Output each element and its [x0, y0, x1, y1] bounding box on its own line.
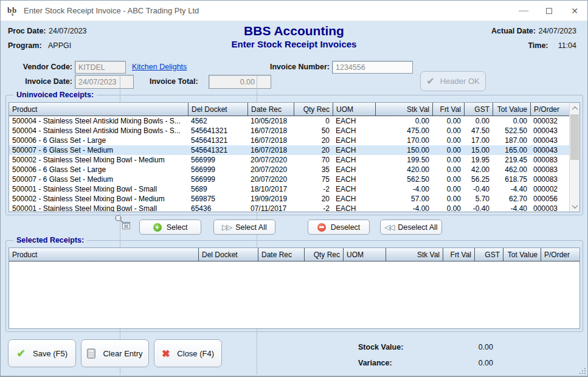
column-header-product[interactable]: Product [9, 248, 198, 261]
app-window: b s b Enter Stock Receipt Invoice - ABC … [0, 0, 588, 377]
cell: 07/11/2017 [247, 204, 294, 212]
column-header-del-docket[interactable]: Del Docket [198, 248, 258, 261]
column-header-qty-rec[interactable]: Qty Rec [304, 248, 343, 261]
cell: EACH [333, 126, 375, 136]
calendar-icon [122, 221, 130, 229]
vendor-name-link[interactable]: Kitchen Delights [132, 63, 187, 71]
cell: -4.40 [493, 184, 530, 194]
column-header-stk-val[interactable]: Stk Val [386, 248, 443, 261]
uninvoiced-receipts-grid: ProductDel DocketDate RecQty RecUOMStk V… [9, 102, 580, 212]
column-header-qty-rec[interactable]: Qty Rec [294, 103, 333, 116]
table-row[interactable]: 500006 - 6 Glass Set - Large54564132116/… [9, 136, 569, 145]
cell: 16/07/2018 [247, 136, 294, 145]
scrollbar-thumb[interactable] [570, 114, 579, 160]
column-header-uom[interactable]: UOM [333, 103, 375, 116]
clear-entry-button[interactable]: Clear Entry [81, 339, 149, 367]
cell: 618.75 [493, 175, 530, 184]
column-header-frt-val[interactable]: Frt Val [432, 103, 464, 116]
maximize-icon [546, 8, 552, 14]
deselect-all-button[interactable]: ◁◁ Deselect All [380, 220, 442, 235]
minus-circle-icon [317, 223, 326, 232]
cell: 57.00 [375, 194, 432, 204]
stock-value-label: Stock Value: [358, 343, 403, 351]
cell: EACH [333, 136, 375, 145]
column-header-tot-value[interactable]: Tot Value [503, 248, 541, 261]
select-button[interactable]: + Select [139, 220, 201, 235]
uninvoiced-grid-header: ProductDel DocketDate RecQty RecUOMStk V… [9, 103, 569, 116]
cell: 65436 [188, 204, 247, 212]
column-header-tot-value[interactable]: Tot Value [493, 103, 530, 116]
table-row[interactable]: 500006 - 6 Glass Set - Large56699920/07/… [9, 165, 569, 175]
column-header-p-order[interactable]: P/Order [541, 248, 579, 261]
cell: 0.00 [493, 116, 530, 126]
cell: 16/07/2018 [247, 145, 294, 155]
cell: 5.70 [464, 194, 493, 204]
cell: 500001 - Stainless Steel Mixing Bowl - S… [9, 184, 188, 194]
cell: 500004 - Stainless Steel Antiskid Mixing… [9, 126, 188, 136]
uninvoiced-grid-body: 500004 - Stainless Steel Antiskid Mixing… [9, 116, 569, 212]
close-f4-button[interactable]: ✖ Close (F4) [154, 339, 222, 367]
cell: 17.00 [464, 136, 493, 145]
vertical-scrollbar[interactable] [569, 103, 579, 212]
close-button[interactable]: ✕ [562, 1, 587, 21]
cell: 42.00 [464, 165, 493, 175]
cell: 20/07/2020 [247, 175, 294, 184]
cell: EACH [333, 165, 375, 175]
cell: 475.00 [375, 126, 432, 136]
cell: EACH [333, 145, 375, 155]
scroll-down-button[interactable] [570, 201, 579, 212]
invoice-number-input[interactable] [332, 61, 413, 74]
cell: 0.00 [375, 116, 432, 126]
cell: -2 [294, 184, 333, 194]
table-row[interactable]: 500007 - 6 Glass Set - Medium54564132116… [9, 145, 569, 155]
column-header-date-rec[interactable]: Date Rec [258, 248, 304, 261]
app-logo-icon: b s b [7, 5, 19, 17]
cell: -4.00 [375, 184, 432, 194]
column-header-product[interactable]: Product [9, 103, 188, 116]
cell: -0.40 [464, 184, 493, 194]
table-row[interactable]: 500002 - Stainless Steel Mixing Bowl - M… [9, 155, 569, 165]
deselect-button[interactable]: Deselect [308, 220, 370, 235]
uninvoiced-receipts-label: Uninvoiced Receipts: [13, 91, 97, 99]
resize-grip[interactable] [578, 367, 586, 374]
cell: -4.40 [493, 204, 530, 212]
chevron-up-icon [572, 106, 578, 112]
cell: 56.25 [464, 175, 493, 184]
scroll-up-button[interactable] [570, 103, 579, 114]
table-row[interactable]: 500004 - Stainless Steel Antiskid Mixing… [9, 116, 569, 126]
cell: 150.00 [375, 145, 432, 155]
cell: 0.00 [432, 175, 464, 184]
cell: 199.50 [375, 155, 432, 165]
select-all-button[interactable]: ▷▷ Select All [213, 220, 275, 235]
table-row[interactable]: 500004 - Stainless Steel Antiskid Mixing… [9, 126, 569, 136]
table-row[interactable]: 500001 - Stainless Steel Mixing Bowl - S… [9, 184, 569, 194]
cell: 16/07/2018 [247, 126, 294, 136]
save-button[interactable]: ✔ Save (F5) [8, 339, 76, 367]
column-header-stk-val[interactable]: Stk Val [375, 103, 432, 116]
cell: 0.00 [432, 126, 464, 136]
column-header-date-rec[interactable]: Date Rec [247, 103, 294, 116]
actual-date: Actual Date: 24/07/2023 [491, 25, 576, 36]
cell: 500006 - 6 Glass Set - Large [9, 136, 188, 145]
header-ok-button[interactable]: ✔ Header OK [420, 71, 486, 91]
window-title: Enter Stock Receipt Invoice - ABC Tradin… [24, 6, 199, 15]
column-header-frt-val[interactable]: Frt Val [443, 248, 474, 261]
table-row[interactable]: 500002 - Stainless Steel Mixing Bowl - M… [9, 194, 569, 204]
stock-value: 0.00 [420, 343, 493, 351]
column-header-uom[interactable]: UOM [343, 248, 386, 261]
column-header-gst[interactable]: GST [464, 103, 493, 116]
svg-text:b: b [12, 5, 16, 15]
check-icon: ✔ [16, 347, 26, 360]
table-row[interactable]: 500007 - 6 Glass Set - Medium56699920/07… [9, 175, 569, 184]
column-header-del-docket[interactable]: Del Docket [188, 103, 247, 116]
maximize-button[interactable] [536, 1, 562, 21]
time-label: Time: [528, 41, 548, 50]
invoice-number-label: Invoice Number: [270, 63, 330, 71]
minimize-button[interactable]: — [511, 1, 536, 21]
cell: EACH [333, 184, 375, 194]
cell: 187.00 [493, 136, 530, 145]
column-header-gst[interactable]: GST [474, 248, 503, 261]
table-row[interactable]: 500001 - Stainless Steel Mixing Bowl - S… [9, 204, 569, 212]
cell: 545641321 [188, 145, 247, 155]
column-header-p-order[interactable]: P/Order [530, 103, 569, 116]
